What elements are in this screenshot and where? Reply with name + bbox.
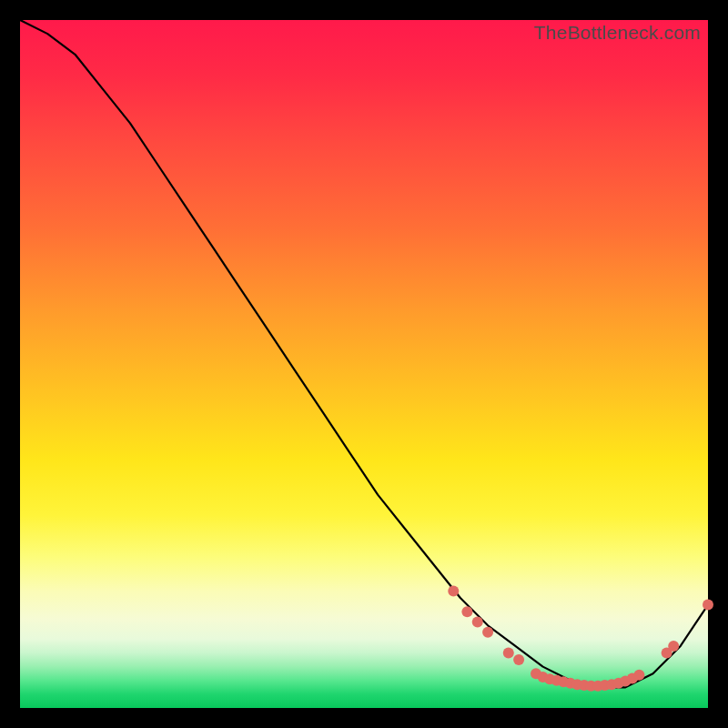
marker-dot xyxy=(668,641,679,652)
marker-dot xyxy=(703,600,713,611)
marker-dot xyxy=(633,670,644,681)
chart-svg xyxy=(20,20,708,708)
marker-dot xyxy=(482,627,493,638)
marker-dot xyxy=(503,648,514,659)
curve-layer xyxy=(20,20,708,687)
marker-dot xyxy=(472,617,483,628)
curve-path xyxy=(20,20,708,687)
marker-dot xyxy=(448,585,459,596)
marker-dot xyxy=(461,606,472,617)
marker-dot xyxy=(513,654,524,665)
plot-area: TheBottleneck.com xyxy=(20,20,708,708)
chart-frame: TheBottleneck.com xyxy=(0,0,728,728)
markers-layer xyxy=(448,585,713,691)
